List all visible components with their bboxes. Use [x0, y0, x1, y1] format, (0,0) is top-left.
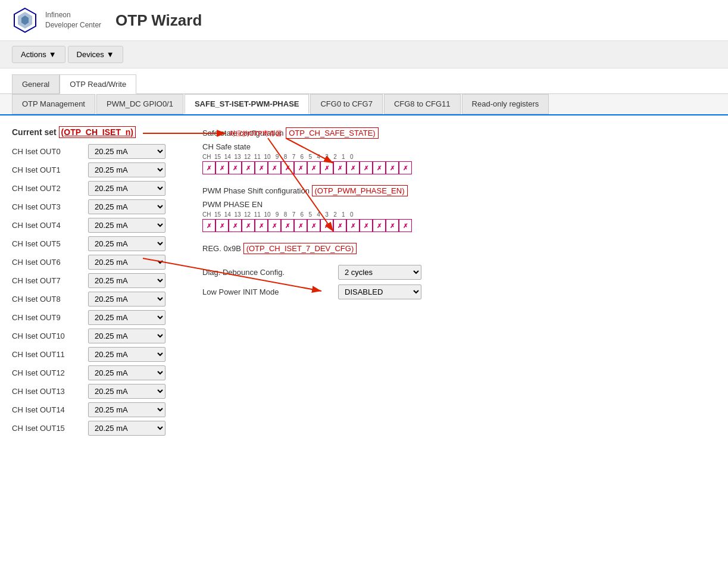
diag-debounce-row: Diag. Debounce Config. 2 cycles 4 cycles… — [202, 265, 716, 280]
pwm-phase-title: PWM Phase Shift configuration (OTP_PWM_P… — [202, 185, 716, 196]
pwm-phase-label: PWM PHASE EN — [202, 200, 716, 209]
bit-cell-6[interactable]: ✗ — [320, 161, 333, 174]
sub-tab-otp-management[interactable]: OTP Management — [12, 94, 95, 114]
sub-tab-safe-st[interactable]: SAFE_ST-ISET-PWM-PHASE — [185, 94, 310, 114]
channel-select-13[interactable]: 20.25 mA10 mA5 mA2.5 mA — [88, 384, 165, 399]
channel-select-7[interactable]: 20.25 mA10 mA5 mA2.5 mA — [88, 273, 165, 288]
bit-cell-11[interactable]: ✗ — [255, 219, 268, 232]
channel-label-12: CH Iset OUT12 — [12, 368, 83, 377]
bit-cell-10[interactable]: ✗ — [268, 161, 281, 174]
channel-row-8: CH Iset OUT820.25 mA10 mA5 mA2.5 mA — [12, 292, 179, 307]
bit-cell-14[interactable]: ✗ — [215, 219, 229, 232]
content-area: Current set (OTP_CH_ISET_n) CH Iset OUT0… — [0, 115, 728, 451]
channel-label-7: CH Iset OUT7 — [12, 276, 83, 285]
bit-cell-15[interactable]: ✗ — [202, 219, 215, 232]
channel-select-6[interactable]: 20.25 mA10 mA5 mA2.5 mA — [88, 255, 165, 270]
bit-cell-0[interactable]: ✗ — [399, 219, 412, 232]
bit-cell-2[interactable]: ✗ — [373, 219, 386, 232]
safe-state-register[interactable]: OTP_CH_SAFE_STATE) — [286, 127, 378, 139]
bit-cell-4[interactable]: ✗ — [346, 161, 360, 174]
channel-row-7: CH Iset OUT720.25 mA10 mA5 mA2.5 mA — [12, 273, 179, 288]
reg-title: REG. 0x9B (OTP_CH_ISET_7_DEV_CFG) — [202, 243, 716, 254]
bit-cell-5[interactable]: ✗ — [333, 219, 346, 232]
channel-select-2[interactable]: 20.25 mA10 mA5 mA2.5 mA — [88, 181, 165, 196]
sub-tab-pwm-dc[interactable]: PWM_DC GPIO0/1 — [96, 94, 183, 114]
bit-cell-2[interactable]: ✗ — [373, 161, 386, 174]
bit-cell-7[interactable]: ✗ — [307, 219, 320, 232]
channel-row-2: CH Iset OUT220.25 mA10 mA5 mA2.5 mA — [12, 181, 179, 196]
devices-button[interactable]: Devices ▼ — [68, 46, 123, 63]
channel-select-3[interactable]: 20.25 mA10 mA5 mA2.5 mA — [88, 199, 165, 214]
bit-cell-1[interactable]: ✗ — [386, 161, 399, 174]
channel-label-9: CH Iset OUT9 — [12, 313, 83, 322]
bit-cell-5[interactable]: ✗ — [333, 161, 346, 174]
channel-select-1[interactable]: 20.25 mA10 mA5 mA2.5 mA — [88, 162, 165, 177]
bit-cell-11[interactable]: ✗ — [255, 161, 268, 174]
bit-cell-12[interactable]: ✗ — [242, 219, 255, 232]
bit-cell-13[interactable]: ✗ — [229, 219, 242, 232]
channel-select-9[interactable]: 20.25 mA10 mA5 mA2.5 mA — [88, 310, 165, 325]
bit-cell-6[interactable]: ✗ — [320, 219, 333, 232]
channel-label-13: CH Iset OUT13 — [12, 387, 83, 396]
bit-cell-13[interactable]: ✗ — [229, 161, 242, 174]
otp-ch-iset-link[interactable]: (OTP_CH_ISET_n) — [59, 126, 136, 138]
logo-area: Infineon Developer Center — [12, 7, 101, 33]
bit-cell-3[interactable]: ✗ — [360, 219, 373, 232]
infineon-logo-icon — [12, 7, 38, 33]
logo-text: Infineon Developer Center — [45, 10, 101, 30]
right-panel: Safe state configuration OTP_CH_SAFE_STA… — [202, 127, 716, 439]
channel-row-9: CH Iset OUT920.25 mA10 mA5 mA2.5 mA — [12, 310, 179, 325]
channel-row-5: CH Iset OUT520.25 mA10 mA5 mA2.5 mA — [12, 236, 179, 251]
bit-cell-3[interactable]: ✗ — [360, 161, 373, 174]
tab-otp-read-write[interactable]: OTP Read/Write — [60, 74, 136, 94]
channel-select-5[interactable]: 20.25 mA10 mA5 mA2.5 mA — [88, 236, 165, 251]
channel-select-10[interactable]: 20.25 mA10 mA5 mA2.5 mA — [88, 329, 165, 343]
pwm-phase-bit-row: ✗✗✗✗✗✗✗✗✗✗✗✗✗✗✗✗ — [202, 219, 716, 232]
sub-tab-cfg0-cfg7[interactable]: CFG0 to CFG7 — [310, 94, 382, 114]
bit-cell-1[interactable]: ✗ — [386, 219, 399, 232]
sub-tab-readonly[interactable]: Read-only registers — [462, 94, 549, 114]
bit-cell-9[interactable]: ✗ — [281, 161, 294, 174]
diag-debounce-select[interactable]: 2 cycles 4 cycles 8 cycles — [338, 265, 421, 280]
channel-row-11: CH Iset OUT1120.25 mA10 mA5 mA2.5 mA — [12, 347, 179, 362]
channel-row-6: CH Iset OUT620.25 mA10 mA5 mA2.5 mA — [12, 255, 179, 270]
safe-state-section: Safe state configuration OTP_CH_SAFE_STA… — [202, 127, 716, 174]
bit-cell-8[interactable]: ✗ — [294, 161, 307, 174]
sub-tab-cfg8-cfg11[interactable]: CFG8 to CFG11 — [384, 94, 461, 114]
low-power-row: Low Power INIT Mode DISABLED ENABLED — [202, 284, 716, 299]
channel-label-8: CH Iset OUT8 — [12, 295, 83, 304]
channel-select-14[interactable]: 20.25 mA10 mA5 mA2.5 mA — [88, 402, 165, 417]
channel-label-11: CH Iset OUT11 — [12, 350, 83, 359]
header: Infineon Developer Center OTP Wizard — [0, 0, 728, 41]
sub-tabs: OTP Management PWM_DC GPIO0/1 SAFE_ST-IS… — [0, 94, 728, 115]
reg-register[interactable]: (OTP_CH_ISET_7_DEV_CFG) — [243, 243, 357, 254]
channel-select-11[interactable]: 20.25 mA10 mA5 mA2.5 mA — [88, 347, 165, 362]
low-power-select[interactable]: DISABLED ENABLED — [338, 284, 421, 299]
channel-select-15[interactable]: 20.25 mA10 mA5 mA2.5 mA — [88, 421, 165, 436]
channel-label-5: CH Iset OUT5 — [12, 239, 83, 248]
channel-select-0[interactable]: 20.25 mA10 mA5 mA2.5 mA — [88, 144, 165, 159]
channel-list: CH Iset OUT020.25 mA10 mA5 mA2.5 mACH Is… — [12, 144, 179, 436]
channel-select-12[interactable]: 20.25 mA10 mA5 mA2.5 mA — [88, 365, 165, 380]
channel-label-1: CH Iset OUT1 — [12, 165, 83, 174]
pwm-phase-register[interactable]: (OTP_PWM_PHASE_EN) — [312, 185, 408, 196]
tab-general[interactable]: General — [12, 74, 60, 93]
bit-cell-15[interactable]: ✗ — [202, 161, 215, 174]
bit-cell-8[interactable]: ✗ — [294, 219, 307, 232]
current-set-title: Current set (OTP_CH_ISET_n) — [12, 127, 179, 137]
pwm-phase-section: PWM Phase Shift configuration (OTP_PWM_P… — [202, 185, 716, 232]
bit-cell-4[interactable]: ✗ — [346, 219, 360, 232]
safe-state-title: Safe state configuration OTP_CH_SAFE_STA… — [202, 127, 716, 139]
bit-cell-9[interactable]: ✗ — [281, 219, 294, 232]
actions-button[interactable]: Actions ▼ — [12, 46, 65, 63]
channel-select-4[interactable]: 20.25 mA10 mA5 mA2.5 mA — [88, 218, 165, 233]
reg-section: REG. 0x9B (OTP_CH_ISET_7_DEV_CFG) — [202, 243, 716, 254]
bit-cell-10[interactable]: ✗ — [268, 219, 281, 232]
bit-cell-7[interactable]: ✗ — [307, 161, 320, 174]
bit-cell-14[interactable]: ✗ — [215, 161, 229, 174]
bit-cell-0[interactable]: ✗ — [399, 161, 412, 174]
channel-select-8[interactable]: 20.25 mA10 mA5 mA2.5 mA — [88, 292, 165, 307]
channel-row-14: CH Iset OUT1420.25 mA10 mA5 mA2.5 mA — [12, 402, 179, 417]
channel-row-15: CH Iset OUT1520.25 mA10 mA5 mA2.5 mA — [12, 421, 179, 436]
bit-cell-12[interactable]: ✗ — [242, 161, 255, 174]
